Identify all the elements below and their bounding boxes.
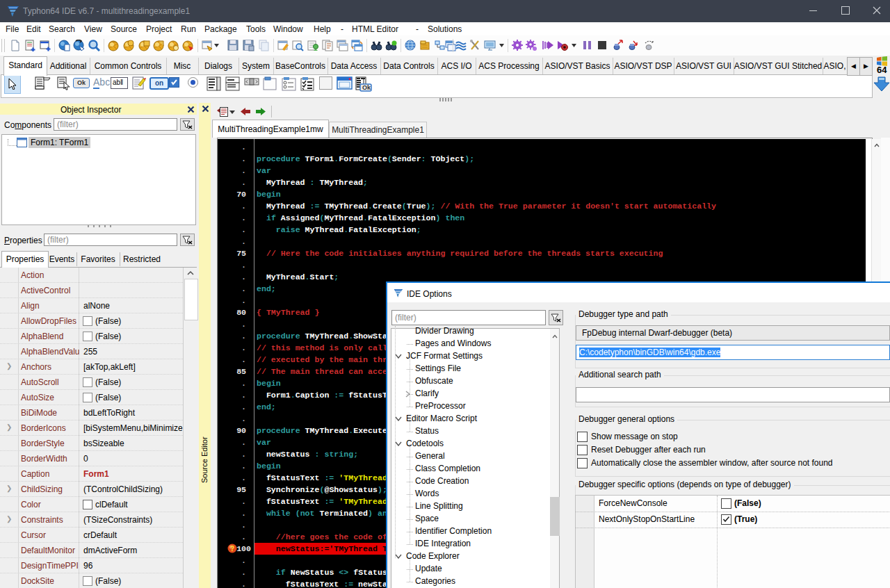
svg-text:Ok: Ok xyxy=(362,84,371,91)
svg-text:?: ? xyxy=(230,545,234,553)
